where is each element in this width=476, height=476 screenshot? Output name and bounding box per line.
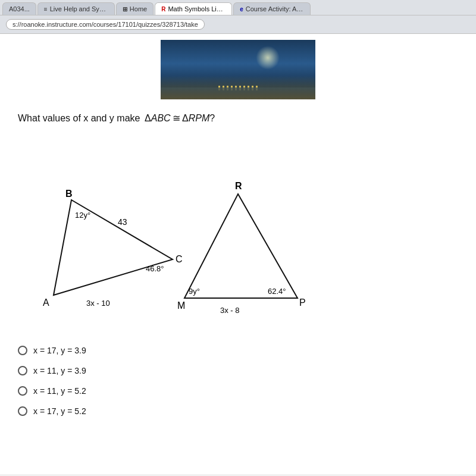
tab-math-symbols[interactable]: R Math Symbols List (... [155, 2, 232, 15]
tab-math-symbols-icon: R [161, 6, 165, 12]
svg-text:12y°: 12y° [75, 211, 90, 220]
answers-area: x = 17, y = 3.9 x = 11, y = 3.9 x = 11, … [18, 340, 399, 416]
radio-2[interactable] [18, 366, 27, 375]
tab-a034[interactable]: A034... [2, 2, 36, 15]
tab-home-icon: ⊞ [123, 6, 127, 12]
svg-text:A: A [43, 298, 49, 308]
option-1[interactable]: x = 17, y = 3.9 [18, 346, 399, 355]
option-4[interactable]: x = 17, y = 5.2 [18, 406, 399, 416]
radio-1[interactable] [18, 346, 27, 355]
svg-text:R: R [235, 181, 242, 191]
svg-text:P: P [299, 298, 306, 308]
tab-live-help[interactable]: ≡ Live Help and Sync... [37, 2, 115, 15]
radio-3[interactable] [18, 386, 27, 396]
option-4-label: x = 17, y = 5.2 [33, 406, 86, 416]
tab-course-activity-icon: e [240, 6, 243, 12]
triangles-svg: B A C 43 12y° 46.8° 3x - 10 R P M [18, 137, 315, 328]
svg-marker-0 [54, 200, 173, 295]
option-3-label: x = 11, y = 5.2 [33, 386, 86, 396]
svg-text:43: 43 [118, 217, 127, 227]
option-2[interactable]: x = 11, y = 3.9 [18, 366, 399, 375]
option-2-label: x = 11, y = 3.9 [33, 366, 86, 375]
svg-text:46.8°: 46.8° [146, 264, 164, 273]
browser-bar: s://roanoke.instructure.com/courses/1710… [0, 15, 476, 34]
tab-bar: A034... ≡ Live Help and Sync... ⊞ Home R… [0, 0, 476, 15]
radio-4[interactable] [18, 406, 27, 416]
tab-home[interactable]: ⊞ Home [116, 2, 154, 15]
svg-text:M: M [177, 300, 185, 311]
page-content: What values of x and y make ΔABC ≅ ΔRPM?… [0, 34, 476, 474]
svg-text:C: C [176, 254, 183, 264]
header-image [161, 40, 315, 99]
svg-marker-8 [184, 194, 298, 298]
option-1-label: x = 17, y = 3.9 [33, 346, 86, 355]
url-bar[interactable]: s://roanoke.instructure.com/courses/1710… [6, 19, 205, 30]
svg-text:B: B [65, 189, 73, 199]
tab-live-help-icon: ≡ [44, 6, 48, 12]
triangles-area: B A C 43 12y° 46.8° 3x - 10 R P M [18, 137, 315, 328]
content-area: What values of x and y make ΔABC ≅ ΔRPM?… [0, 99, 416, 428]
svg-text:3x - 10: 3x - 10 [86, 299, 110, 308]
svg-text:62.4°: 62.4° [268, 287, 286, 296]
svg-text:3x - 8: 3x - 8 [220, 306, 240, 315]
question-text: What values of x and y make ΔABC ≅ ΔRPM? [18, 111, 399, 126]
svg-text:9y°: 9y° [189, 287, 200, 296]
option-3[interactable]: x = 11, y = 5.2 [18, 386, 399, 396]
tab-course-activity[interactable]: e Course Activity: AA,... [233, 2, 311, 15]
